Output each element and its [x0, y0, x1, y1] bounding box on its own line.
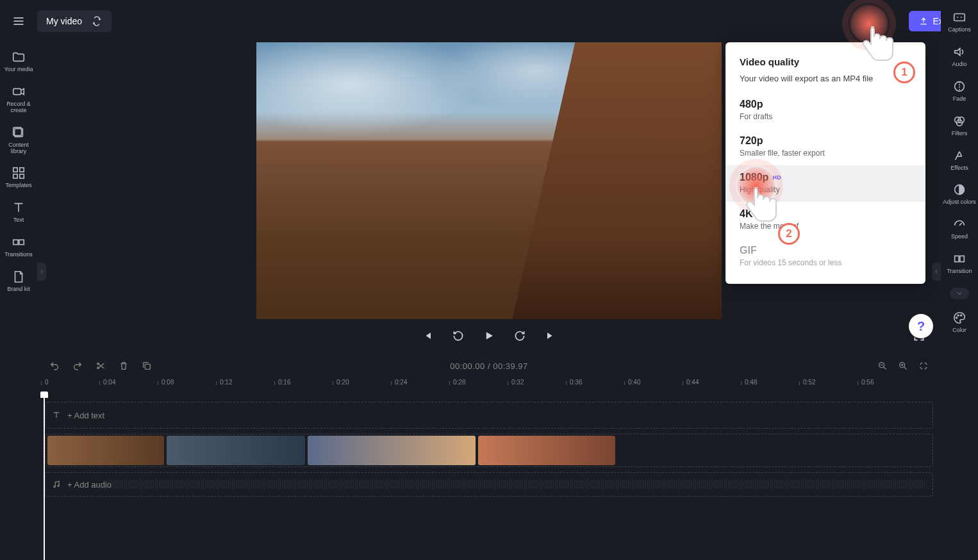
svg-point-23: [957, 315, 959, 317]
audio-track[interactable]: + Add audio: [45, 472, 933, 497]
camera-icon: [12, 85, 26, 99]
text-track[interactable]: + Add text: [45, 402, 933, 429]
transport-controls: [37, 328, 941, 343]
svg-rect-5: [13, 88, 21, 94]
export-popover-subtitle: Your video will export as an MP4 file: [740, 74, 911, 83]
ruler-tick: 0:08: [162, 379, 174, 386]
sidebar-item-text[interactable]: Text: [12, 201, 26, 224]
split-button[interactable]: [95, 360, 106, 372]
right-sidebar-more[interactable]: [950, 288, 969, 299]
clip-2[interactable]: [167, 436, 305, 465]
menu-button[interactable]: [9, 12, 28, 31]
sidebar-item-filters[interactable]: Filters: [952, 114, 968, 137]
upload-icon: [919, 17, 928, 26]
svg-rect-11: [20, 174, 24, 178]
top-bar: My video Export: [0, 0, 978, 42]
zoom-in-button[interactable]: [897, 360, 909, 372]
video-preview[interactable]: [256, 42, 722, 319]
quality-option-720p[interactable]: 720p Smaller file, faster export: [740, 129, 911, 165]
svg-rect-21: [960, 256, 964, 262]
help-button[interactable]: ?: [909, 314, 933, 338]
timeline-tracks: + Add text + Add audio: [37, 394, 941, 560]
video-track[interactable]: [45, 434, 933, 467]
svg-rect-20: [955, 256, 959, 262]
transitions-icon: [12, 235, 26, 249]
ruler-tick: 0:28: [453, 379, 465, 386]
ruler-tick: 0:20: [336, 379, 349, 386]
clip-1[interactable]: [47, 436, 164, 465]
grid-icon: [12, 166, 26, 180]
svg-rect-12: [13, 240, 18, 245]
adjust-icon: [952, 183, 966, 197]
svg-point-4: [94, 22, 95, 24]
ruler-tick: 0:56: [861, 379, 874, 386]
sidebar-item-content-library[interactable]: Content library: [0, 126, 37, 155]
redo-button[interactable]: [72, 360, 83, 372]
ruler-tick: 0:36: [570, 379, 582, 386]
speed-icon: [952, 217, 966, 231]
sidebar-item-color[interactable]: Color: [952, 311, 966, 334]
library-icon: [12, 126, 26, 140]
chevron-down-icon: [956, 290, 963, 297]
sidebar-item-effects[interactable]: Effects: [950, 149, 968, 172]
color-icon: [952, 311, 966, 325]
sidebar-item-transitions[interactable]: Transitions: [4, 235, 33, 258]
fit-button[interactable]: [918, 360, 929, 372]
export-popover-heading: Video quality: [740, 56, 911, 67]
left-sidebar: Your media Record & create Content libra…: [0, 42, 37, 560]
right-sidebar: Captions Audio Fade Filters Effects Adju…: [941, 0, 978, 560]
sidebar-item-your-media[interactable]: Your media: [4, 50, 33, 73]
folder-icon: [12, 50, 26, 64]
svg-rect-13: [19, 240, 24, 245]
project-title: My video: [46, 16, 82, 26]
captions-icon: [952, 10, 966, 24]
sidebar-item-templates[interactable]: Templates: [5, 166, 31, 189]
duplicate-button[interactable]: [141, 360, 153, 372]
quality-option-gif[interactable]: GIF For videos 15 seconds or less: [740, 238, 911, 275]
svg-point-31: [58, 485, 59, 486]
sidebar-item-transition[interactable]: Transition: [947, 252, 972, 275]
skip-back-button[interactable]: [420, 328, 435, 343]
svg-rect-10: [13, 174, 17, 178]
sidebar-item-record-create[interactable]: Record & create: [0, 85, 37, 114]
svg-point-30: [54, 486, 55, 487]
play-button[interactable]: [481, 328, 497, 343]
text-icon: [12, 201, 26, 215]
forward-button[interactable]: [512, 328, 527, 343]
project-title-pill[interactable]: My video: [37, 10, 112, 32]
undo-button[interactable]: [49, 360, 60, 372]
zoom-out-button[interactable]: [877, 360, 888, 372]
svg-rect-27: [145, 364, 150, 369]
svg-rect-9: [20, 168, 24, 172]
brand-icon: [12, 270, 26, 284]
timeline-time: 00:00.00 / 00:39.97: [450, 361, 528, 371]
rewind-button[interactable]: [451, 328, 466, 343]
tutorial-step-badge-2: 2: [778, 223, 800, 245]
clip-3[interactable]: [308, 436, 476, 465]
delete-button[interactable]: [118, 360, 129, 372]
sidebar-item-adjust-colors[interactable]: Adjust colors: [943, 183, 976, 206]
svg-point-25: [97, 363, 99, 365]
tutorial-step-badge-1: 1: [893, 62, 915, 83]
sync-icon: [91, 15, 103, 27]
ruler-tick: 0:24: [395, 379, 407, 386]
quality-option-4k[interactable]: 4KUHD Make the most of: [740, 202, 911, 238]
quality-option-480p[interactable]: 480p For drafts: [740, 92, 911, 129]
skip-forward-button[interactable]: [543, 328, 558, 343]
ruler-tick: 0:44: [686, 379, 699, 386]
sidebar-item-fade[interactable]: Fade: [952, 79, 966, 103]
svg-rect-14: [954, 14, 965, 21]
sidebar-item-brand-kit[interactable]: Brand kit: [7, 270, 30, 293]
timeline-ruler[interactable]: 00:040:080:120:160:200:240:280:320:360:4…: [45, 379, 941, 394]
audio-icon: [952, 45, 966, 59]
playhead[interactable]: [44, 394, 45, 560]
fade-icon: [952, 79, 966, 94]
sidebar-item-speed[interactable]: Speed: [951, 217, 968, 240]
ruler-tick: 0: [45, 379, 49, 386]
ruler-tick: 0:48: [745, 379, 757, 386]
sidebar-item-audio[interactable]: Audio: [952, 45, 966, 68]
svg-point-3: [99, 19, 101, 20]
sidebar-item-captions[interactable]: Captions: [948, 10, 971, 33]
clip-4[interactable]: [478, 436, 615, 465]
quality-option-1080p[interactable]: 1080pHD High quality: [725, 165, 925, 202]
